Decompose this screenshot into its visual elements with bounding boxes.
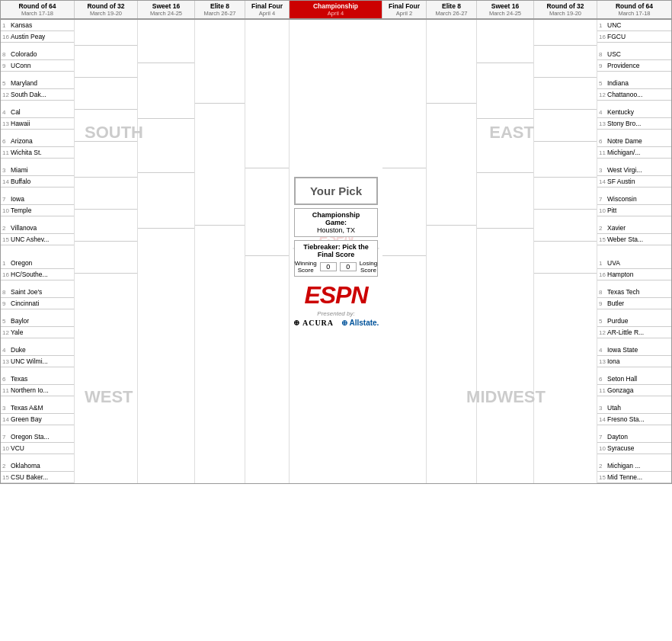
team-row[interactable]: 13Stony Bro... [597,118,671,130]
gap [597,72,671,78]
team-row[interactable]: 1UVA [597,258,671,269]
team-row[interactable]: 15Mid Tenne... [597,472,671,483]
team-row[interactable]: 10VCU [1,443,74,454]
right-e8 [427,20,477,483]
team-row[interactable]: 2Michigan ... [597,460,671,472]
team-row[interactable]: 6Arizona [1,136,74,147]
empty-slot [427,214,476,226]
champ-game-title: Championship Game: [301,211,371,226]
team-row[interactable]: 16FGCU [597,31,671,43]
team-row[interactable]: 14SF Austin [597,176,671,187]
losing-score-input[interactable] [340,262,357,271]
gap [534,274,597,281]
empty-slot [75,262,137,274]
team-row[interactable]: 10Pitt [597,205,671,216]
team-row[interactable]: 9Butler [597,298,671,309]
your-pick-box[interactable]: Your Pick [294,177,378,205]
team-row[interactable]: 15CSU Baker... [1,472,74,483]
empty-slot [477,217,533,229]
team-row[interactable]: 2Xavier [597,223,671,234]
team-row[interactable]: 5Indiana [597,78,671,89]
team-row[interactable]: 13UNC Wilmi... [1,356,74,367]
team-row[interactable]: 16HC/Southe... [1,269,74,280]
right-ff [382,20,427,483]
team-row[interactable]: 15UNC Ashev... [1,234,74,245]
team-row[interactable]: 7Dayton [597,431,671,443]
team-row[interactable]: 9UConn [1,60,74,72]
team-row[interactable]: 10Temple [1,205,74,216]
team-row[interactable]: 14Buffalo [1,176,74,187]
team-row[interactable]: 8Texas Tech [597,287,671,298]
team-row[interactable]: 4Cal [1,107,74,118]
team-row[interactable]: 11Northern Io... [1,385,74,396]
empty-slot [75,98,137,110]
team-row[interactable]: 11Gonzaga [597,385,671,396]
team-row[interactable]: 5Purdue [597,316,671,327]
team-row[interactable]: 1Kansas [1,20,74,31]
gap [427,104,476,214]
gap [195,104,245,214]
team-row[interactable]: 15Weber Sta... [597,234,671,245]
team-row[interactable]: 16Austin Peay [1,31,74,43]
bracket-wrapper: Round of 64 March 17-18 Round of 32 Marc… [0,0,672,484]
team-row[interactable]: 10Syracuse [597,443,671,454]
team-row[interactable]: 12Chattanoo... [597,89,671,101]
team-row[interactable]: 9Providence [597,60,671,72]
team-row[interactable]: 14Fresno Sta... [597,414,671,425]
team-row[interactable]: 1Oregon [1,258,74,269]
team-row[interactable]: 6Seton Hall [597,373,671,385]
right-r32 [534,20,597,483]
team-row[interactable]: 3Utah [597,402,671,414]
team-row[interactable]: 16Hampton [597,269,671,280]
team-row[interactable]: 7Wisconsin [597,194,671,205]
gap [195,20,245,92]
team-row[interactable]: 2Oklahoma [1,460,74,472]
team-row[interactable]: 9Cincinnati [1,298,74,309]
team-row[interactable]: 12South Dak... [1,89,74,101]
team-row[interactable]: 8Colorado [1,49,74,60]
winning-score-label: Winning Score [295,260,317,274]
team-row[interactable]: 6Texas [1,373,74,385]
team-row[interactable]: 8Saint Joe's [1,287,74,298]
team-row[interactable]: 4Duke [1,345,74,356]
gap [75,20,137,34]
team-row[interactable]: 1UNC [597,20,671,31]
team-row[interactable]: 4Iowa State [597,345,671,356]
team-row[interactable]: 12AR-Little R... [597,327,671,338]
team-row[interactable]: 6Notre Dame [597,136,671,147]
team-row[interactable]: 7Iowa [1,194,74,205]
acura-logo: ⊕ ACURA [293,319,334,327]
team-row[interactable]: 12Yale [1,327,74,338]
team-row[interactable]: 2Villanova [1,223,74,234]
team-row[interactable]: 11Wichita St. [1,147,74,159]
gap [245,256,289,271]
team-row[interactable]: 5Maryland [1,78,74,89]
team-row[interactable]: 14Green Bay [1,414,74,425]
hdr-r64-right: Round of 64 March 17-18 [597,1,671,18]
winning-score-input[interactable] [320,262,337,271]
allstate-logo: ⊕ Allstate. [341,319,379,327]
gap [1,216,74,223]
empty-slot [477,162,533,173]
team-row[interactable]: 7Oregon Sta... [1,431,74,443]
left-e8 [195,20,245,483]
team-row[interactable]: 3Miami [1,165,74,176]
gap [1,280,74,287]
gap [1,187,74,194]
team-row[interactable]: 11Michigan/... [597,147,671,159]
team-row[interactable]: 13Hawaii [1,118,74,130]
team-row[interactable]: 3West Virgi... [597,165,671,176]
hdr-s16-right: Sweet 16 March 24-25 [477,1,534,18]
team-row[interactable]: 4Kentucky [597,107,671,118]
gap [138,119,194,162]
gap [1,101,74,107]
team-row[interactable]: 8USC [597,49,671,60]
team-row[interactable]: 3Texas A&M [1,402,74,414]
tiebreaker-title: Tiebreaker: Pick the Final Score [301,243,371,258]
team-row[interactable]: 13Iona [597,356,671,367]
team-row[interactable]: 5Baylor [1,316,74,327]
gap [382,168,426,245]
header-row: Round of 64 March 17-18 Round of 32 Marc… [1,1,671,20]
empty-slot [138,52,194,63]
gap [597,338,671,345]
